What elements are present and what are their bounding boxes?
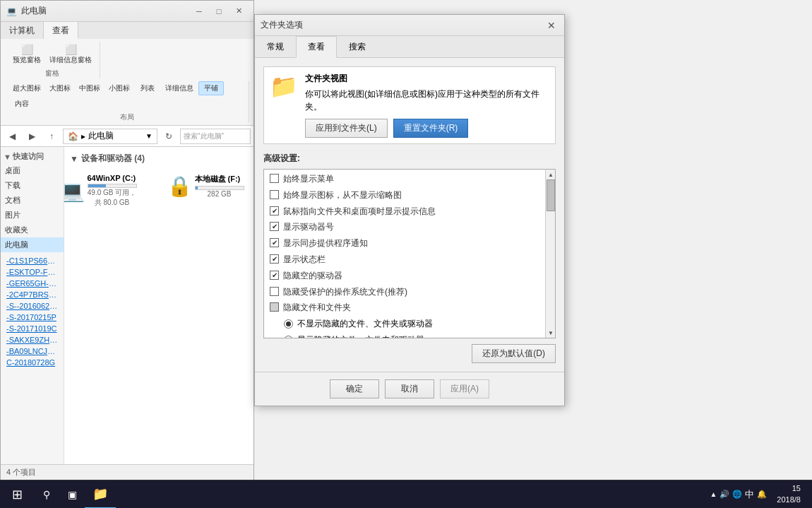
folder-big-icon: 📁 <box>270 73 298 100</box>
label-show-hidden: 显示隐藏的文件、文件夹和驱动器 <box>297 334 539 338</box>
label-dont-show-hidden: 不显示隐藏的文件、文件夹或驱动器 <box>297 318 539 330</box>
label-always-show-icons: 始终显示图标，从不显示缩略图 <box>283 189 539 201</box>
ok-button[interactable]: 确定 <box>330 379 379 398</box>
radio-dont-show-hidden[interactable] <box>284 319 293 329</box>
dialog-overlay: 文件夹选项 ✕ 常规 查看 搜索 📁 文件夹视图 你可以将此视图(如详细信息或图… <box>0 0 812 508</box>
label-show-sync: 显示同步提供程序通知 <box>283 237 539 249</box>
scrollbar-down-btn[interactable]: ▼ <box>546 328 556 338</box>
restore-btn-container: 还原为默认值(D) <box>263 344 556 363</box>
dialog-tabs: 常规 查看 搜索 <box>255 36 564 58</box>
setting-show-sync-notifications: ✔ 显示同步提供程序通知 <box>264 235 545 252</box>
checkbox-hide-empty-drives[interactable]: ✔ <box>270 271 279 280</box>
scrollbar-thumb[interactable] <box>547 179 555 211</box>
setting-hide-empty-drives: ✔ 隐藏空的驱动器 <box>264 268 545 284</box>
setting-radio-dont-show-hidden: 不显示隐藏的文件、文件夹或驱动器 <box>264 316 545 332</box>
dialog-title: 文件夹选项 <box>261 19 303 31</box>
apply-to-folder-btn[interactable]: 应用到文件夹(L) <box>305 119 388 138</box>
restore-defaults-btn[interactable]: 还原为默认值(D) <box>472 344 556 363</box>
dialog-tab-view[interactable]: 查看 <box>296 36 337 58</box>
label-hide-files-folders: 隐藏文件和文件夹 <box>283 302 539 314</box>
checkbox-show-sync[interactable]: ✔ <box>270 238 279 247</box>
checkbox-mouse-hover-tip[interactable]: ✔ <box>270 206 279 215</box>
reset-folder-btn[interactable]: 重置文件夹(R) <box>393 119 469 138</box>
settings-scrollbar[interactable]: ▲ ▼ <box>545 170 555 338</box>
setting-always-show-menu: 始终显示菜单 <box>264 171 545 187</box>
dialog-body: 📁 文件夹视图 你可以将此视图(如详细信息或图标)应用于这种类型的所有文件夹。 … <box>255 58 564 372</box>
setting-radio-show-hidden: 显示隐藏的文件、文件夹和驱动器 <box>264 332 545 338</box>
label-mouse-hover-tip: 鼠标指向文件夹和桌面项时显示提示信息 <box>283 206 539 218</box>
scrollbar-up-btn[interactable]: ▲ <box>546 170 556 179</box>
checkbox-hide-protected-os[interactable] <box>270 287 279 296</box>
label-always-show-menu: 始终显示菜单 <box>283 173 539 185</box>
setting-always-show-icons: 始终显示图标，从不显示缩略图 <box>264 187 545 203</box>
label-hide-empty-drives: 隐藏空的驱动器 <box>283 270 539 282</box>
setting-hide-files-folders-parent: 隐藏文件和文件夹 <box>264 300 545 316</box>
folder-view-btns: 应用到文件夹(L) 重置文件夹(R) <box>305 119 549 138</box>
label-show-status-bar: 显示状态栏 <box>283 254 539 266</box>
cancel-button[interactable]: 取消 <box>385 379 434 398</box>
apply-button[interactable]: 应用(A) <box>440 379 489 398</box>
setting-mouse-hover-tip: ✔ 鼠标指向文件夹和桌面项时显示提示信息 <box>264 203 545 220</box>
folder-view-section: 📁 文件夹视图 你可以将此视图(如详细信息或图标)应用于这种类型的所有文件夹。 … <box>263 66 556 144</box>
radio-show-hidden[interactable] <box>284 336 293 338</box>
checkbox-always-show-icons[interactable] <box>270 190 279 199</box>
checkbox-show-status-bar[interactable]: ✔ <box>270 254 279 264</box>
label-show-drive-letters: 显示驱动器号 <box>283 221 539 233</box>
advanced-settings-label: 高级设置: <box>263 153 556 165</box>
dialog-footer: 确定 取消 应用(A) <box>255 372 564 406</box>
checkbox-show-drive-letters[interactable]: ✔ <box>270 222 279 231</box>
label-hide-protected-os: 隐藏受保护的操作系统文件(推荐) <box>283 286 539 298</box>
folder-view-title: 文件夹视图 <box>305 73 549 85</box>
dialog-tab-search[interactable]: 搜索 <box>337 36 378 58</box>
settings-list: 始终显示菜单 始终显示图标，从不显示缩略图 ✔ 鼠标指向文件夹和桌面项时显示提示… <box>264 170 555 338</box>
dialog-tab-general[interactable]: 常规 <box>255 36 296 58</box>
folder-view-description: 你可以将此视图(如详细信息或图标)应用于这种类型的所有文件夹。 <box>305 88 549 113</box>
checkbox-always-show-menu[interactable] <box>270 174 279 183</box>
setting-show-drive-letters: ✔ 显示驱动器号 <box>264 219 545 235</box>
dialog-titlebar: 文件夹选项 ✕ <box>255 15 564 36</box>
settings-list-container[interactable]: 始终显示菜单 始终显示图标，从不显示缩略图 ✔ 鼠标指向文件夹和桌面项时显示提示… <box>263 169 556 338</box>
dialog-close-btn[interactable]: ✕ <box>544 18 559 33</box>
setting-hide-protected-os-files: 隐藏受保护的操作系统文件(推荐) <box>264 284 545 300</box>
folder-options-dialog: 文件夹选项 ✕ 常规 查看 搜索 📁 文件夹视图 你可以将此视图(如详细信息或图… <box>254 14 565 406</box>
setting-show-status-bar: ✔ 显示状态栏 <box>264 252 545 268</box>
checkbox-hide-files-folders[interactable] <box>270 302 279 312</box>
folder-view-info: 文件夹视图 你可以将此视图(如详细信息或图标)应用于这种类型的所有文件夹。 应用… <box>305 73 549 138</box>
